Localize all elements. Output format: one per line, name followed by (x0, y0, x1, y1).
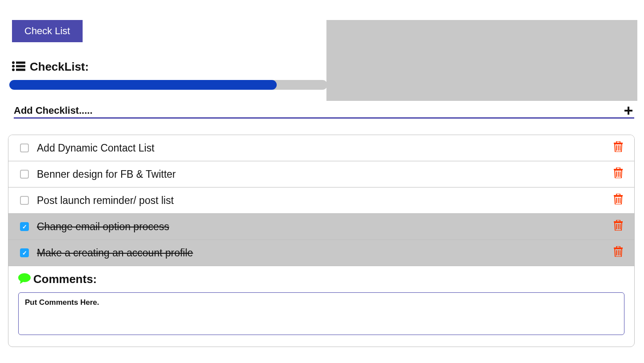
delete-item-button[interactable] (614, 194, 623, 207)
checklist-panel: Add Dynamic Contact ListBenner design fo… (8, 135, 635, 347)
checklist-checkbox[interactable] (20, 144, 29, 152)
comment-icon (18, 273, 31, 286)
svg-rect-1 (16, 61, 25, 64)
comments-header: Comments: (18, 272, 624, 286)
delete-item-button[interactable] (614, 141, 623, 155)
trash-icon (614, 194, 623, 207)
svg-point-0 (12, 61, 15, 64)
delete-item-button[interactable] (614, 246, 623, 259)
checklist-item-label: Make a creating an account profile (37, 247, 614, 259)
checklist-title: CheckList: (30, 60, 89, 74)
checklist-item: Post launch reminder/ post list (8, 187, 634, 214)
progress-fill (9, 80, 277, 90)
checklist-item: Add Dynamic Contact List (8, 135, 634, 161)
checklist-item: Make a creating an account profile (8, 240, 634, 266)
checklist-item: Benner design for FB & Twitter (8, 161, 634, 187)
svg-point-2 (12, 65, 15, 68)
main-content: Check List CheckList: (0, 0, 644, 347)
checklist-item-label: Post launch reminder/ post list (37, 195, 614, 207)
checklist-checkbox[interactable] (20, 170, 29, 179)
delete-item-button[interactable] (614, 168, 623, 181)
checklist-checkbox[interactable] (20, 248, 29, 257)
add-checklist-input[interactable] (14, 105, 623, 116)
delete-item-button[interactable] (614, 220, 623, 233)
trash-icon (614, 246, 623, 259)
list-icon (12, 61, 25, 73)
checklist-tab-button[interactable]: Check List (12, 20, 83, 42)
trash-icon (614, 168, 623, 181)
checklist-section-header: CheckList: (12, 60, 634, 74)
checklist-checkbox[interactable] (20, 222, 29, 231)
trash-icon (614, 141, 623, 155)
trash-icon (614, 220, 623, 233)
checklist-checkbox[interactable] (20, 196, 29, 205)
svg-rect-7 (624, 110, 632, 112)
comments-title: Comments: (33, 272, 97, 286)
add-checklist-button[interactable] (623, 105, 634, 116)
svg-rect-3 (16, 65, 25, 67)
checklist-item-label: Benner design for FB & Twitter (37, 168, 614, 180)
plus-icon (624, 104, 632, 117)
checklist-item-label: Add Dynamic Contact List (37, 142, 614, 154)
comments-section: Comments: (8, 266, 634, 347)
checklist-item-label: Change email option process (37, 221, 614, 233)
svg-point-4 (12, 68, 15, 71)
add-checklist-row (14, 105, 634, 119)
checklist-progress (12, 80, 327, 90)
checklist-item: Change email option process (8, 214, 634, 240)
svg-rect-5 (16, 68, 25, 71)
comments-input[interactable] (18, 292, 624, 335)
